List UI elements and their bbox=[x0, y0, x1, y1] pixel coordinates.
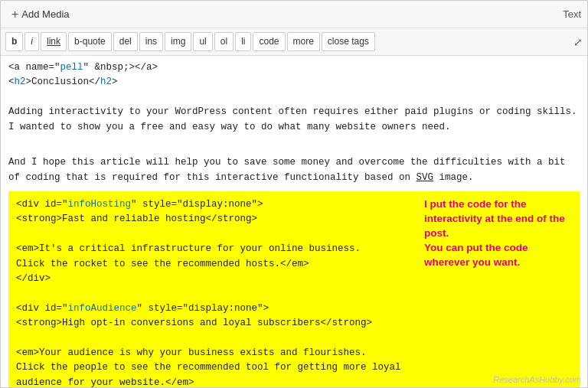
yellow-code-section: <div id="infoHosting" style="display:non… bbox=[8, 191, 580, 387]
ins-button[interactable]: ins bbox=[139, 32, 163, 51]
img-button[interactable]: img bbox=[165, 32, 191, 51]
italic-button[interactable]: i bbox=[24, 32, 39, 51]
code-line-1: <div id="infoHosting" style="display:non… bbox=[16, 197, 411, 212]
editor-container: + Add Media Text b i link b-quote del in… bbox=[0, 0, 588, 388]
editor-body: <a name="pell" &nbsp;></a> <h2>Conclusio… bbox=[1, 56, 587, 387]
format-toolbar: b i link b-quote del ins img ul ol li co… bbox=[1, 28, 587, 56]
code-line-2: <strong>Fast and reliable hosting</stron… bbox=[16, 212, 411, 227]
watermark: ResearchAsHobby.com bbox=[493, 375, 581, 384]
editor-content[interactable]: <a name="pell" &nbsp;></a> <h2>Conclusio… bbox=[1, 56, 587, 387]
add-media-label: Add Media bbox=[21, 8, 69, 20]
line-anchor: <a name="pell" &nbsp;></a> bbox=[8, 60, 580, 75]
paragraph-2: And I hope this article will help you to… bbox=[8, 155, 580, 185]
close-tags-button[interactable]: close tags bbox=[322, 32, 375, 51]
plus-icon: + bbox=[11, 8, 18, 21]
bold-button[interactable]: b bbox=[5, 32, 23, 51]
code-line-9: Click the people to see the recommended … bbox=[16, 360, 411, 387]
link-button[interactable]: link bbox=[41, 32, 67, 51]
code-line-4: Click the rocket to see the recommended … bbox=[16, 257, 411, 272]
top-toolbar: + Add Media Text bbox=[1, 1, 587, 28]
del-button[interactable]: del bbox=[113, 32, 138, 51]
paragraph-1: Adding interactivity to your WordPress c… bbox=[8, 105, 580, 135]
code-line-8: <em>Your audience is why your business e… bbox=[16, 346, 411, 360]
code-line-5: </div> bbox=[16, 272, 411, 286]
li-button[interactable]: li bbox=[235, 32, 251, 51]
code-line-6: <div id="infoAudience" style="display:no… bbox=[16, 302, 411, 316]
text-tab[interactable]: Text bbox=[563, 8, 581, 20]
line-h2-open: <h2>Conclusion</h2> bbox=[8, 75, 580, 90]
ol-button[interactable]: ol bbox=[214, 32, 234, 51]
more-button[interactable]: more bbox=[287, 32, 320, 51]
add-media-button[interactable]: + Add Media bbox=[7, 6, 74, 23]
code-line-3: <em>It's a critical infrastructure for y… bbox=[16, 242, 411, 256]
yellow-note: I put the code for the interactivity at … bbox=[424, 197, 573, 269]
bquote-button[interactable]: b-quote bbox=[68, 32, 112, 51]
expand-icon[interactable]: ⤢ bbox=[573, 36, 583, 48]
code-button[interactable]: code bbox=[253, 32, 285, 51]
ul-button[interactable]: ul bbox=[193, 32, 212, 51]
code-line-7: <strong>High opt-in conversions and loya… bbox=[16, 316, 411, 331]
